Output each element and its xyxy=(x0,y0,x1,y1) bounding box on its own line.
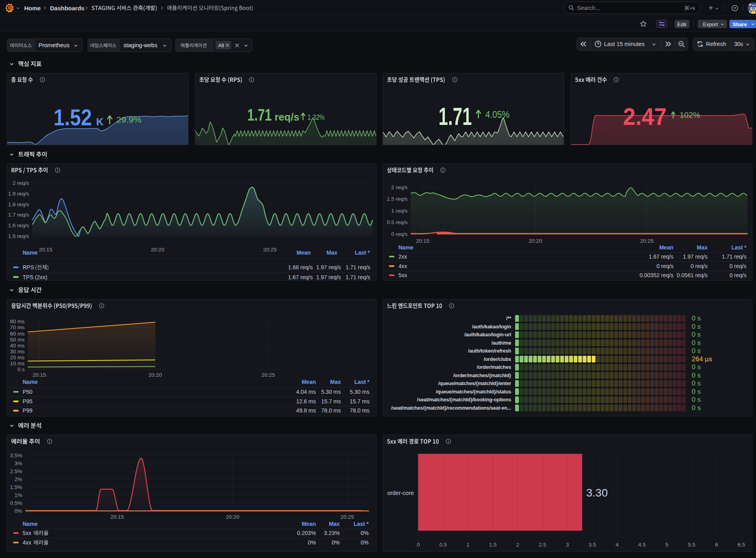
svg-text:?: ? xyxy=(733,6,736,10)
